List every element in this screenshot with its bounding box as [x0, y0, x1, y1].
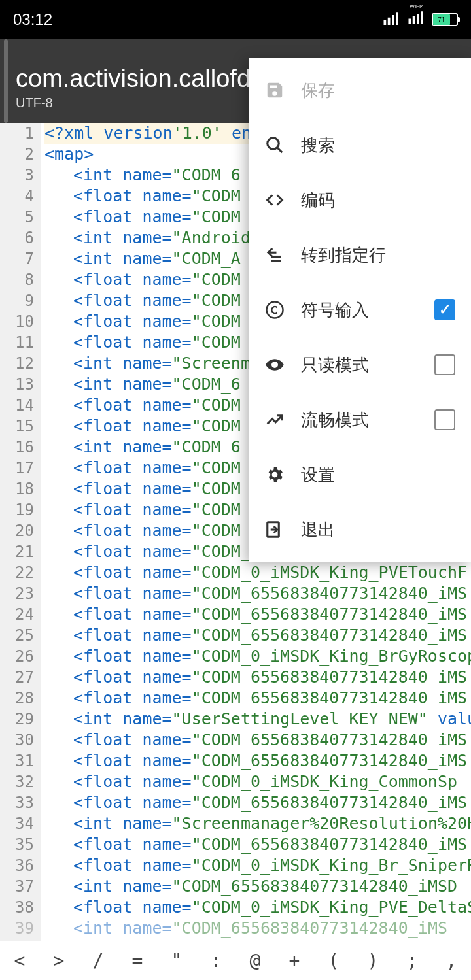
menu-exit[interactable]: 退出: [249, 502, 471, 557]
eye-icon: [264, 354, 285, 375]
symbol-input-checkbox[interactable]: [434, 299, 455, 320]
smooth-checkbox[interactable]: [434, 409, 455, 430]
line-number: 22: [0, 562, 34, 583]
symbol-key[interactable]: ": [157, 941, 196, 980]
code-line[interactable]: <float name="CODM_655683840773142840_iMS: [44, 667, 471, 688]
menu-settings[interactable]: 设置: [249, 447, 471, 502]
menu-readonly-label: 只读模式: [301, 354, 419, 377]
code-line[interactable]: <int name="CODM_655683840773142840_iMSD: [44, 876, 471, 897]
wifi-icon: [407, 10, 427, 33]
svg-rect-7: [421, 11, 423, 24]
line-number: 39: [0, 918, 34, 939]
code-line[interactable]: <float name="CODM_0_iMSDK_King_BrGyRosco…: [44, 646, 471, 667]
symbol-key[interactable]: @: [236, 941, 275, 980]
code-line[interactable]: <float name="CODM_655683840773142840_iMS: [44, 730, 471, 751]
svg-rect-6: [417, 14, 419, 24]
line-number: 12: [0, 353, 34, 374]
battery-icon: 71: [432, 13, 458, 26]
line-number: 27: [0, 667, 34, 688]
line-number: 28: [0, 688, 34, 709]
svg-rect-5: [413, 16, 415, 23]
line-number: 3: [0, 165, 34, 186]
line-number: 34: [0, 813, 34, 834]
code-line[interactable]: <float name="CODM_655683840773142840_iMS: [44, 583, 471, 604]
symbol-key[interactable]: ): [353, 941, 392, 980]
menu-symbol-label: 符号输入: [301, 299, 419, 322]
code-line[interactable]: <float name="CODM_655683840773142840_iMS: [44, 625, 471, 646]
line-number: 9: [0, 290, 34, 311]
menu-settings-label: 设置: [301, 464, 455, 486]
symbol-key[interactable]: >: [39, 941, 78, 980]
menu-goto-line[interactable]: 转到指定行: [249, 228, 471, 282]
line-number: 20: [0, 520, 34, 541]
line-number: 29: [0, 709, 34, 730]
menu-goto-label: 转到指定行: [301, 244, 455, 267]
menu-search[interactable]: 搜索: [249, 118, 471, 173]
menu-search-label: 搜索: [301, 134, 455, 157]
battery-level: 71: [433, 14, 450, 25]
line-number: 14: [0, 395, 34, 416]
svg-rect-1: [388, 18, 391, 25]
menu-smooth[interactable]: 流畅模式: [249, 392, 471, 447]
svg-line-9: [277, 148, 283, 153]
line-number: 13: [0, 374, 34, 395]
code-line[interactable]: <float name="CODM_0_iMSDK_King_Br_Sniper…: [44, 855, 471, 876]
line-number: 19: [0, 499, 34, 520]
line-number: 21: [0, 541, 34, 562]
symbol-key[interactable]: =: [118, 941, 157, 980]
menu-smooth-label: 流畅模式: [301, 409, 419, 431]
line-number: 4: [0, 186, 34, 207]
symbol-key[interactable]: <: [0, 941, 39, 980]
line-number: 7: [0, 248, 34, 269]
gear-icon: [264, 464, 285, 485]
save-icon: [264, 80, 285, 101]
line-number: 11: [0, 332, 34, 353]
line-number: 35: [0, 834, 34, 855]
code-line[interactable]: <float name="CODM_655683840773142840_iMS: [44, 834, 471, 855]
menu-symbol-input[interactable]: 符号输入: [249, 282, 471, 337]
symbol-key[interactable]: ,: [432, 941, 471, 980]
line-number: 17: [0, 458, 34, 479]
symbol-bar: <>/=":@+();,: [0, 941, 471, 980]
status-time: 03:12: [13, 10, 52, 29]
line-number: 23: [0, 583, 34, 604]
line-number: 10: [0, 311, 34, 332]
menu-save[interactable]: 保存: [249, 63, 471, 118]
line-number: 24: [0, 604, 34, 625]
goto-icon: [264, 245, 285, 265]
line-number: 38: [0, 897, 34, 918]
line-number: 5: [0, 207, 34, 228]
svg-point-8: [268, 138, 279, 150]
code-line[interactable]: <float name="CODM_655683840773142840_iMS: [44, 792, 471, 813]
line-number: 37: [0, 876, 34, 897]
line-number: 1: [0, 123, 34, 144]
code-line[interactable]: <float name="CODM_655683840773142840_iMS: [44, 604, 471, 625]
code-line[interactable]: <float name="CODM_0_iMSDK_King_PVE_Delta…: [44, 897, 471, 918]
svg-rect-0: [384, 20, 387, 25]
line-number: 36: [0, 855, 34, 876]
code-line[interactable]: <float name="CODM_655683840773142840_iMS: [44, 688, 471, 709]
symbol-key[interactable]: /: [78, 941, 118, 980]
menu-readonly[interactable]: 只读模式: [249, 337, 471, 392]
copyright-icon: [264, 299, 285, 320]
symbol-key[interactable]: +: [275, 941, 314, 980]
menu-encoding-label: 编码: [301, 189, 455, 212]
symbol-key[interactable]: ;: [392, 941, 432, 980]
symbol-key[interactable]: :: [196, 941, 236, 980]
line-gutter: 1234567891011121314151617181920212223242…: [0, 123, 41, 941]
symbol-key[interactable]: (: [314, 941, 353, 980]
code-line[interactable]: <int name="CODM_655683840773142840_iMS: [44, 918, 471, 939]
status-icons: WIFI4 71: [382, 7, 458, 33]
code-line[interactable]: <float name="CODM_655683840773142840_iMS: [44, 751, 471, 771]
line-number: 6: [0, 228, 34, 248]
exit-icon: [264, 519, 285, 540]
code-line[interactable]: <int name="Screenmanager%20Resolution%20…: [44, 813, 471, 834]
code-line[interactable]: <int name="UserSettingLevel_KEY_NEW" val…: [44, 709, 471, 730]
menu-encoding[interactable]: 编码: [249, 173, 471, 228]
line-number: 18: [0, 479, 34, 499]
line-number: 2: [0, 144, 34, 165]
line-number: 31: [0, 751, 34, 771]
code-line[interactable]: <float name="CODM_0_iMSDK_King_PVETouchF: [44, 562, 471, 583]
readonly-checkbox[interactable]: [434, 354, 455, 375]
code-line[interactable]: <float name="CODM_0_iMSDK_King_CommonSp: [44, 771, 471, 792]
